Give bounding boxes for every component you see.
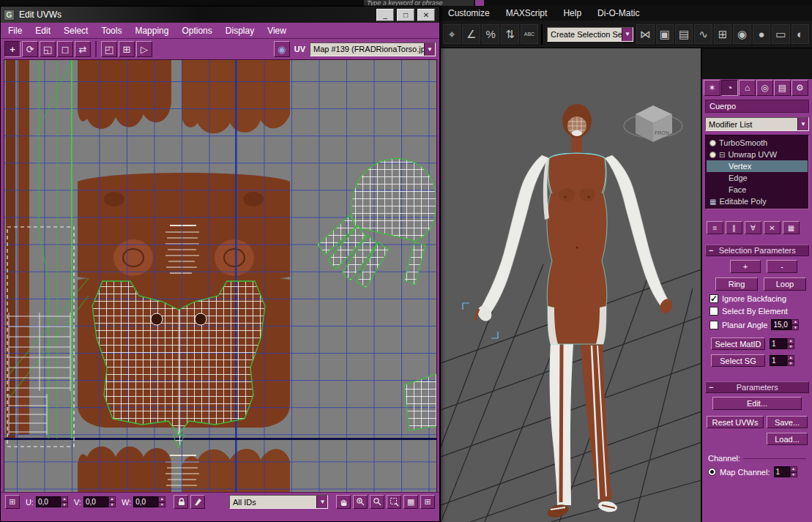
spinner-arrows[interactable]: ▲▼: [61, 496, 68, 507]
select-sg-button[interactable]: Select SG: [711, 354, 765, 367]
search-go-button[interactable]: [475, 0, 484, 6]
spin-up-icon[interactable]: ▲: [791, 319, 799, 325]
move-tool-icon[interactable]: +: [4, 41, 21, 57]
show-map-icon[interactable]: ◰: [101, 41, 117, 57]
matid-spinner[interactable]: 1 ▲▼: [770, 338, 794, 349]
menu-display[interactable]: Display: [226, 26, 254, 36]
load-uvws-button[interactable]: Load...: [767, 433, 808, 445]
mirror-icon[interactable]: ⋈: [636, 24, 654, 44]
material-editor-icon[interactable]: ◉: [733, 24, 750, 44]
lock-selection-icon[interactable]: [174, 495, 188, 509]
spin-down-icon[interactable]: ▼: [787, 344, 794, 350]
edit-uvws-button[interactable]: Edit...: [712, 397, 802, 410]
visibility-bulb-icon[interactable]: [709, 140, 716, 146]
named-selection-set-dropdown[interactable]: Create Selection Se ▼: [547, 27, 633, 42]
pelt-icon[interactable]: ▷: [136, 41, 152, 57]
spinner-snap-icon[interactable]: ⇅: [501, 24, 518, 44]
show-end-result-icon[interactable]: ∥: [726, 221, 742, 234]
object-name-field[interactable]: Cuerpo: [705, 100, 809, 113]
stack-subitem-face[interactable]: Face: [707, 184, 808, 195]
menu-customize[interactable]: Customize: [440, 8, 498, 18]
tab-motion[interactable]: ◎: [756, 80, 773, 96]
schematic-view-icon[interactable]: ⊞: [714, 24, 731, 44]
menu-edit[interactable]: Edit: [35, 26, 51, 36]
zoom-extents-icon[interactable]: ▦: [403, 495, 418, 509]
texture-checker-icon[interactable]: ◉: [274, 41, 290, 57]
menu-mapping[interactable]: Mapping: [135, 26, 168, 36]
rendered-frame-icon[interactable]: ▭: [772, 24, 789, 44]
spin-down-icon[interactable]: ▼: [61, 502, 68, 508]
percent-snap-icon[interactable]: %: [482, 24, 499, 44]
spin-up-icon[interactable]: ▲: [787, 338, 794, 344]
spinner-arrows[interactable]: ▲▼: [158, 496, 165, 507]
menu-help[interactable]: Help: [555, 8, 589, 18]
chevron-down-icon[interactable]: ▼: [797, 118, 808, 130]
scale-tool-icon[interactable]: ◱: [40, 41, 56, 57]
stack-item-turbosmooth[interactable]: TurboSmooth: [707, 137, 808, 149]
menu-file[interactable]: File: [8, 26, 22, 36]
matid-value[interactable]: 1: [770, 338, 787, 349]
chevron-down-icon[interactable]: ▼: [424, 43, 435, 56]
spin-down-icon[interactable]: ▼: [790, 472, 797, 478]
map-texture-dropdown[interactable]: Map #139 (FRADRionaTorso.jp ▼: [310, 42, 436, 56]
angle-snap-icon[interactable]: ∠: [462, 24, 480, 44]
zoom-icon[interactable]: [370, 495, 384, 509]
make-unique-icon[interactable]: ∀: [745, 221, 761, 234]
minimize-button[interactable]: _: [376, 9, 394, 21]
keyboard-override-icon[interactable]: ABC: [521, 24, 538, 44]
perspective-viewport[interactable]: FRON: [440, 48, 701, 522]
spin-down-icon[interactable]: ▼: [791, 325, 799, 331]
checkbox-select-by-element[interactable]: Select By Element: [709, 307, 812, 316]
planar-angle-value[interactable]: 15,0: [771, 319, 791, 330]
spin-up-icon[interactable]: ▲: [790, 466, 797, 472]
tab-display[interactable]: ▤: [774, 80, 791, 96]
spin-up-icon[interactable]: ▲: [158, 496, 165, 502]
v-value[interactable]: 0,0: [83, 496, 108, 507]
mirror-tool-icon[interactable]: ⇄: [75, 41, 91, 57]
shrink-selection-button[interactable]: -: [767, 260, 797, 273]
checkbox-icon[interactable]: [709, 307, 718, 316]
visibility-bulb-icon[interactable]: [709, 152, 716, 158]
edit-uvws-titlebar[interactable]: G Edit UVWs _ □ ✕: [1, 7, 439, 23]
chevron-down-icon[interactable]: ▼: [316, 496, 327, 508]
spin-down-icon[interactable]: ▼: [158, 502, 165, 508]
u-value[interactable]: 0,0: [36, 496, 61, 507]
rollout-parameters[interactable]: − Parameters: [705, 381, 809, 393]
w-spinner[interactable]: 0,0 ▲▼: [133, 496, 165, 507]
checkbox-ignore-backfacing[interactable]: Ignore Backfacing: [709, 294, 812, 303]
spin-down-icon[interactable]: ▼: [787, 361, 794, 367]
render-production-icon[interactable]: ◐: [791, 24, 809, 44]
reset-uvws-button[interactable]: Reset UVWs: [707, 416, 764, 428]
snap-toggle-icon[interactable]: ⌖: [443, 24, 461, 44]
tab-hierarchy[interactable]: ⌂: [739, 80, 756, 96]
select-matid-button[interactable]: Select MatID: [711, 338, 765, 350]
zoom-in-icon[interactable]: [353, 495, 368, 509]
mat-id-filter-dropdown[interactable]: All IDs ▼: [229, 495, 328, 509]
rollout-selection-parameters[interactable]: − Selection Parameters: [705, 245, 809, 256]
search-box[interactable]: Type a keyword or phrase: [364, 0, 474, 6]
paint-select-icon[interactable]: [190, 495, 205, 509]
planar-angle-spinner[interactable]: 15,0 ▲▼: [771, 319, 799, 330]
uv-snap-icon[interactable]: ⊞: [119, 41, 135, 57]
u-spinner[interactable]: 0,0 ▲▼: [36, 496, 68, 507]
map-channel-value[interactable]: 1: [774, 466, 790, 477]
menu-di-o-matic[interactable]: Di-O-Matic: [589, 8, 647, 18]
menu-select[interactable]: Select: [64, 26, 88, 36]
spin-up-icon[interactable]: ▲: [787, 355, 794, 361]
close-button[interactable]: ✕: [417, 9, 435, 21]
spinner-arrows[interactable]: ▲▼: [787, 355, 794, 366]
map-channel-spinner[interactable]: 1 ▲▼: [774, 466, 797, 477]
sg-value[interactable]: 1: [770, 355, 787, 366]
tab-modify[interactable]: ◔: [721, 80, 738, 96]
collapse-expander-icon[interactable]: ⊟: [719, 151, 725, 159]
zoom-region-icon[interactable]: [387, 495, 401, 509]
grow-selection-button[interactable]: +: [730, 260, 761, 273]
spinner-arrows[interactable]: ▲▼: [790, 466, 797, 477]
checkbox-planar-angle[interactable]: Planar Angle 15,0 ▲▼: [709, 319, 812, 330]
checkbox-icon[interactable]: [709, 321, 718, 329]
menu-tools[interactable]: Tools: [101, 26, 122, 36]
spin-up-icon[interactable]: ▲: [61, 496, 68, 502]
options-grid-icon[interactable]: ⊞: [5, 495, 20, 509]
configure-modifier-icon[interactable]: ▦: [783, 221, 800, 234]
align-icon[interactable]: ▣: [656, 24, 674, 44]
